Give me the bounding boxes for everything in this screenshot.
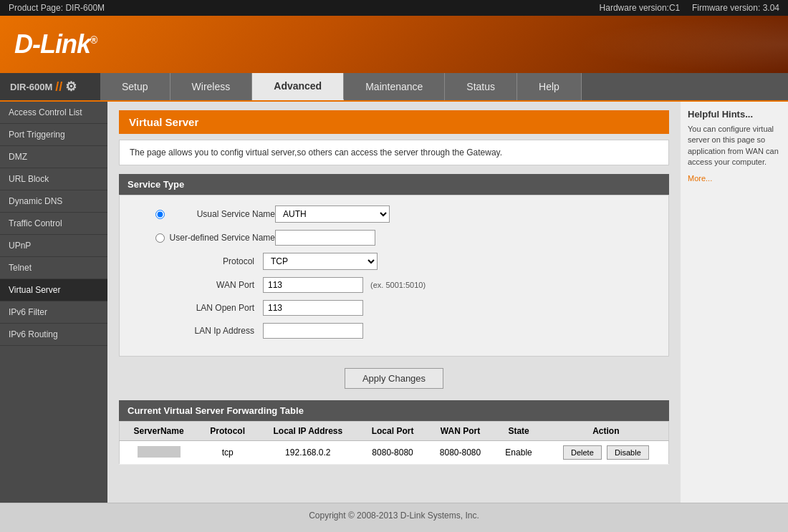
top-bar: Product Page: DIR-600M Hardware version:…: [0, 0, 788, 16]
tab-status[interactable]: Status: [445, 73, 517, 100]
wan-port-row: WAN Port (ex. 5001:5010): [134, 277, 654, 293]
sidebar-item-url-block[interactable]: URL Block: [0, 168, 107, 190]
usual-service-label: Usual Service Name: [169, 209, 275, 219]
main-layout: Access Control List Port Triggering DMZ …: [0, 102, 788, 503]
table-row: tcp 192.168.0.2 8080-8080 8080-8080 Enab…: [120, 441, 669, 465]
col-server-name: ServerName: [120, 422, 198, 441]
page-title: Virtual Server: [119, 110, 669, 134]
server-name-redacted: [138, 446, 181, 458]
lan-open-port-label: LAN Open Port: [134, 303, 263, 313]
cell-action: Delete Disable: [544, 441, 669, 465]
usual-service-select[interactable]: AUTH FTP HTTP HTTPS SMTP: [275, 205, 390, 223]
footer-text: Copyright © 2008-2013 D-Link Systems, In…: [309, 511, 479, 521]
col-wan-port: WAN Port: [427, 422, 494, 441]
sidebar-item-dmz[interactable]: DMZ: [0, 146, 107, 168]
cell-local-ip: 192.168.0.2: [257, 441, 358, 465]
hints-panel: Helpful Hints... You can configure virtu…: [681, 102, 788, 503]
product-label: Product Page: DIR-600M: [9, 3, 105, 13]
dlink-logo: D-Link®: [14, 29, 97, 59]
sidebar-item-traffic-control[interactable]: Traffic Control: [0, 213, 107, 235]
delete-button[interactable]: Delete: [563, 445, 602, 460]
sidebar-item-telnet[interactable]: Telnet: [0, 257, 107, 279]
user-defined-row: User-defined Service Name: [134, 230, 654, 246]
col-action: Action: [544, 422, 669, 441]
apply-btn-row: Apply Changes: [119, 357, 669, 400]
hints-title: Helpful Hints...: [688, 109, 781, 120]
sidebar-item-access-control-list[interactable]: Access Control List: [0, 102, 107, 124]
badge-icon: ⚙: [65, 79, 77, 95]
hints-more-link[interactable]: More...: [688, 174, 781, 183]
lan-open-port-row: LAN Open Port: [134, 300, 654, 316]
sidebar-item-ipv6-routing[interactable]: IPv6 Routing: [0, 324, 107, 346]
header: D-Link®: [0, 16, 788, 73]
disable-button[interactable]: Disable: [607, 445, 649, 460]
footer: Copyright © 2008-2013 D-Link Systems, In…: [0, 503, 788, 528]
lan-ip-input[interactable]: [263, 323, 363, 339]
protocol-row: Protocol TCP UDP TCP/UDP: [134, 253, 654, 270]
wan-port-hint: (ex. 5001:5010): [370, 281, 426, 289]
cell-local-port: 8080-8080: [358, 441, 426, 465]
service-type-body: Usual Service Name AUTH FTP HTTP HTTPS S…: [119, 195, 669, 357]
cell-protocol: tcp: [198, 441, 257, 465]
wan-port-label: WAN Port: [134, 280, 263, 290]
badge-slash: //: [55, 79, 62, 95]
lan-ip-label: LAN Ip Address: [134, 326, 263, 336]
user-defined-label: User-defined Service Name: [169, 233, 275, 243]
lan-ip-row: LAN Ip Address: [134, 323, 654, 339]
sidebar-item-dynamic-dns[interactable]: Dynamic DNS: [0, 190, 107, 213]
sidebar-item-upnp[interactable]: UPnP: [0, 235, 107, 257]
protocol-select[interactable]: TCP UDP TCP/UDP: [263, 253, 378, 270]
sidebar: Access Control List Port Triggering DMZ …: [0, 102, 107, 503]
tab-maintenance[interactable]: Maintenance: [344, 73, 445, 100]
user-defined-radio[interactable]: [155, 233, 165, 243]
forwarding-table-title: Current Virtual Server Forwarding Table: [119, 400, 669, 421]
router-badge: DIR-600M // ⚙: [0, 73, 100, 100]
sidebar-item-ipv6-filter[interactable]: IPv6 Filter: [0, 301, 107, 324]
apply-changes-button[interactable]: Apply Changes: [345, 368, 443, 389]
tab-advanced[interactable]: Advanced: [252, 73, 344, 100]
usual-service-name-row: Usual Service Name AUTH FTP HTTP HTTPS S…: [134, 205, 654, 223]
page-description: The page allows you to config virtual se…: [119, 140, 669, 165]
col-protocol: Protocol: [198, 422, 257, 441]
nav-tabs: DIR-600M // ⚙ Setup Wireless Advanced Ma…: [0, 73, 788, 102]
protocol-label: Protocol: [134, 256, 263, 266]
sidebar-item-virtual-server[interactable]: Virtual Server: [0, 279, 107, 301]
usual-service-radio[interactable]: [155, 210, 165, 219]
tab-wireless[interactable]: Wireless: [170, 73, 253, 100]
service-type-section-title: Service Type: [119, 174, 669, 195]
wan-port-input[interactable]: [263, 277, 363, 293]
sidebar-item-port-triggering[interactable]: Port Triggering: [0, 124, 107, 146]
cell-server-name: [120, 441, 198, 465]
col-state: State: [494, 422, 543, 441]
tab-setup[interactable]: Setup: [100, 73, 170, 100]
user-defined-input[interactable]: [275, 230, 375, 246]
col-local-ip: Local IP Address: [257, 422, 358, 441]
tab-help[interactable]: Help: [517, 73, 582, 100]
col-local-port: Local Port: [358, 422, 426, 441]
version-info: Hardware version:C1 Firmware version: 3.…: [600, 3, 779, 13]
cell-state: Enable: [494, 441, 543, 465]
hints-text: You can configure virtual server on this…: [688, 124, 781, 168]
cell-wan-port: 8080-8080: [427, 441, 494, 465]
lan-open-port-input[interactable]: [263, 300, 363, 316]
forwarding-table: ServerName Protocol Local IP Address Loc…: [119, 421, 669, 465]
content-area: Virtual Server The page allows you to co…: [107, 102, 681, 503]
